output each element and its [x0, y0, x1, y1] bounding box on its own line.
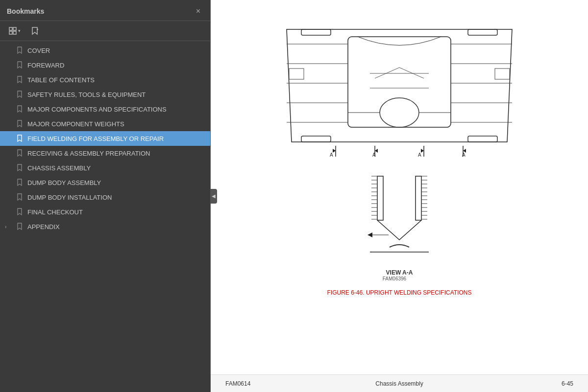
bookmark-icon-dump-body-inst [17, 193, 24, 201]
bookmark-label-major-comp-weights: MAJOR COMPONENT WEIGHTS [27, 120, 124, 128]
expand-arrow-appendix[interactable]: › [5, 224, 13, 230]
weld-detail-diagram [331, 171, 468, 269]
svg-rect-25 [289, 69, 304, 79]
toolbar: ▾ [0, 21, 210, 41]
bookmark-item-toc[interactable]: TABLE OF CONTENTS [0, 72, 210, 87]
bookmark-item-safety[interactable]: SAFETY RULES, TOOLS & EQUIPMENT [0, 87, 210, 102]
bookmark-label-appendix: APPENDIX [27, 223, 60, 231]
layout-icon [8, 26, 17, 35]
bookmark-item-foreward[interactable]: FOREWARD [0, 58, 210, 72]
sidebar-title: Bookmarks [7, 7, 44, 15]
chassis-diagram: A A A A [272, 15, 527, 157]
svg-marker-67 [368, 232, 372, 237]
svg-marker-29 [333, 149, 336, 153]
bookmark-item-dump-body-asm[interactable]: DUMP BODY ASSEMBLY [0, 175, 210, 190]
close-button[interactable]: × [193, 6, 203, 17]
svg-marker-6 [287, 29, 512, 142]
svg-rect-0 [9, 27, 12, 30]
bookmark-list: COVER FOREWARD TABLE OF CONTENTS SAFETY … [0, 41, 210, 392]
bookmark-label-chassis: CHASSIS ASSEMBLY [27, 164, 91, 172]
svg-text:A: A [462, 152, 466, 157]
footer: FAM0614 Chassis Assembly 6-45 [211, 374, 588, 392]
bookmark-label-foreward: FOREWARD [27, 62, 64, 69]
bookmark-label-cover: COVER [27, 47, 50, 54]
bookmark-label-toc: TABLE OF CONTENTS [27, 76, 95, 84]
svg-rect-42 [416, 176, 421, 220]
sidebar: Bookmarks × ▾ COVER FOREWARD [0, 0, 211, 392]
main-content: A A A A [211, 0, 588, 392]
layout-button[interactable]: ▾ [5, 24, 24, 38]
dropdown-arrow: ▾ [18, 28, 21, 33]
bookmark-icon-safety [17, 91, 24, 98]
bookmark-item-chassis[interactable]: CHASSIS ASSEMBLY [0, 161, 210, 175]
collapse-handle[interactable]: ◀ [210, 189, 217, 204]
bookmark-icon-toc [17, 76, 24, 84]
figure-caption: FIGURE 6-46. UPRIGHT WELDING SPECIFICATI… [327, 289, 472, 296]
diagram-container: A A A A [230, 15, 568, 296]
bookmark-item-dump-body-inst[interactable]: DUMP BODY INSTALLATION [0, 190, 210, 205]
svg-rect-2 [9, 31, 12, 34]
footer-left: FAM0614 [225, 380, 342, 387]
bookmark-icon [30, 26, 39, 35]
bookmark-icon-chassis [17, 164, 24, 172]
svg-rect-7 [348, 37, 451, 127]
svg-point-18 [380, 98, 419, 127]
svg-marker-35 [421, 149, 424, 153]
svg-rect-26 [495, 69, 510, 79]
bookmark-item-cover[interactable]: COVER [0, 43, 210, 58]
bookmark-item-major-comp-weights[interactable]: MAJOR COMPONENT WEIGHTS [0, 116, 210, 131]
bookmark-icon-major-comp-spec [17, 105, 24, 113]
bookmark-item-field-welding[interactable]: FIELD WELDING FOR ASSEMBLY OR REPAIR [0, 131, 210, 146]
bookmark-item-final-checkout[interactable]: FINAL CHECKOUT [0, 205, 210, 219]
svg-text:A: A [418, 152, 421, 157]
bookmark-label-field-welding: FIELD WELDING FOR ASSEMBLY OR REPAIR [27, 135, 164, 142]
bookmark-label-final-checkout: FINAL CHECKOUT [27, 208, 83, 216]
footer-center: Chassis Assembly [342, 380, 458, 387]
view-label: VIEW A-A [386, 269, 413, 276]
bookmark-icon-final-checkout [17, 208, 24, 216]
bookmark-label-receiving: RECEIVING & ASSEMBLY PREPARATION [27, 150, 150, 157]
svg-rect-21 [301, 136, 331, 142]
bookmark-icon-receiving [17, 149, 24, 157]
pdf-page: A A A A [211, 0, 588, 374]
footer-right: 6-45 [457, 380, 573, 387]
figure-caption-prefix: FIGURE 6-46. [327, 289, 366, 296]
bookmark-item-appendix[interactable]: › APPENDIX [0, 219, 210, 234]
svg-text:A: A [372, 152, 376, 157]
svg-rect-1 [13, 27, 16, 30]
svg-rect-3 [13, 31, 16, 34]
bookmark-icon-major-comp-weights [17, 120, 24, 128]
svg-rect-23 [301, 29, 331, 35]
bookmark-item-major-comp-spec[interactable]: MAJOR COMPONENTS AND SPECIFICATIONS [0, 102, 210, 116]
bookmark-icon-cover [17, 46, 24, 54]
bookmark-label-dump-body-asm: DUMP BODY ASSEMBLY [27, 179, 101, 186]
bookmark-icon-field-welding [17, 135, 24, 142]
bookmark-icon-foreward [17, 61, 24, 69]
bookmark-icon-appendix [17, 223, 24, 231]
bookmark-item-receiving[interactable]: RECEIVING & ASSEMBLY PREPARATION [0, 146, 210, 161]
svg-rect-24 [468, 29, 497, 35]
sidebar-header: Bookmarks × [0, 0, 210, 21]
fam-ref: FAM06396 [383, 276, 406, 281]
bookmark-label-safety: SAFETY RULES, TOOLS & EQUIPMENT [27, 91, 146, 98]
bookmark-add-button[interactable] [27, 24, 43, 38]
svg-rect-41 [377, 176, 383, 220]
svg-rect-22 [468, 136, 497, 142]
bookmark-label-dump-body-inst: DUMP BODY INSTALLATION [27, 194, 112, 201]
figure-caption-text: UPRIGHT WELDING SPECIFICATIONS [366, 289, 472, 296]
bookmark-label-major-comp-spec: MAJOR COMPONENTS AND SPECIFICATIONS [27, 106, 167, 113]
svg-text:A: A [330, 152, 333, 157]
bookmark-icon-dump-body-asm [17, 179, 24, 186]
